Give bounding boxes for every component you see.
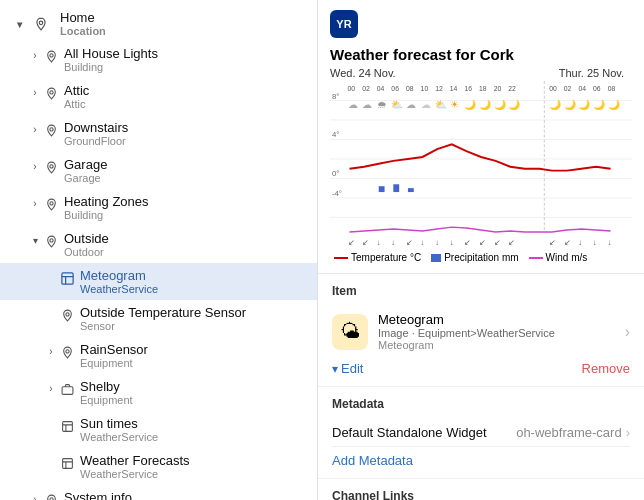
svg-rect-61: [379, 186, 385, 192]
svg-text:☁: ☁: [406, 99, 416, 110]
svg-text:08: 08: [406, 85, 414, 92]
svg-rect-11: [62, 421, 72, 431]
downstairs-chevron: ›: [28, 122, 42, 136]
home-sublabel: Location: [60, 25, 305, 37]
shelby-icon: [58, 380, 76, 398]
temp-legend: Temperature °C: [334, 252, 421, 263]
svg-text:02: 02: [564, 85, 572, 92]
shelby-sublabel: Equipment: [80, 394, 309, 406]
item-card[interactable]: 🌤 Meteogram Image · Equipment>WeatherSer…: [332, 306, 630, 357]
heating-zones-icon: [42, 195, 60, 213]
item-card-chevron-icon: ›: [625, 323, 630, 341]
remove-button[interactable]: Remove: [582, 361, 630, 376]
svg-text:🌙: 🌙: [578, 98, 591, 111]
svg-point-6: [49, 238, 52, 241]
all-house-lights-icon: [42, 47, 60, 65]
sidebar-item-sun-times[interactable]: Sun times WeatherService: [0, 411, 317, 448]
sidebar-home-item[interactable]: ▾ Home Location: [0, 0, 317, 41]
sidebar-item-shelby[interactable]: › Shelby Equipment: [0, 374, 317, 411]
svg-text:00: 00: [549, 85, 557, 92]
edit-remove-row: ▾ Edit Remove: [332, 357, 630, 376]
svg-text:☀: ☀: [450, 99, 459, 110]
channel-links-title: Channel Links: [332, 489, 630, 500]
outside-sublabel: Outdoor: [64, 246, 309, 258]
sidebar-item-attic[interactable]: › Attic Attic: [0, 78, 317, 115]
sun-times-sublabel: WeatherService: [80, 431, 309, 443]
sidebar: ▾ Home Location › All House Lights Build…: [0, 0, 318, 500]
svg-text:🌙: 🌙: [479, 98, 492, 111]
home-location-icon: [32, 15, 50, 33]
item-section-title: Item: [332, 284, 630, 298]
sidebar-item-weather-forecasts[interactable]: Weather Forecasts WeatherService: [0, 448, 317, 485]
sidebar-item-outside-temp[interactable]: Outside Temperature Sensor Sensor: [0, 300, 317, 337]
add-metadata-button[interactable]: Add Metadata: [332, 447, 413, 468]
yr-logo: YR: [330, 10, 358, 38]
svg-text:⛅: ⛅: [391, 98, 404, 111]
sun-times-label: Sun times: [80, 416, 309, 431]
svg-point-5: [49, 201, 52, 204]
svg-text:02: 02: [362, 85, 370, 92]
sidebar-item-outside[interactable]: ▾ Outside Outdoor: [0, 226, 317, 263]
meteogram-sublabel: WeatherService: [80, 283, 309, 295]
weather-date-right: Thur. 25 Nov.: [400, 67, 624, 79]
all-house-lights-label: All House Lights: [64, 46, 309, 61]
sun-times-icon: [58, 417, 76, 435]
sidebar-item-system-info[interactable]: › System info Location: [0, 485, 317, 500]
item-card-text: Meteogram Image · Equipment>WeatherServi…: [378, 312, 625, 351]
svg-text:↓: ↓: [391, 238, 395, 247]
svg-text:↙: ↙: [362, 238, 369, 247]
home-label: Home: [60, 10, 305, 25]
sidebar-item-heating-zones[interactable]: › Heating Zones Building: [0, 189, 317, 226]
meteogram-label: Meteogram: [80, 268, 309, 283]
attic-sublabel: Attic: [64, 98, 309, 110]
svg-text:06: 06: [391, 85, 399, 92]
downstairs-icon: [42, 121, 60, 139]
svg-text:↙: ↙: [508, 238, 515, 247]
home-chevron-icon: ▾: [12, 18, 26, 32]
svg-text:00: 00: [348, 85, 356, 92]
svg-text:↙: ↙: [549, 238, 556, 247]
svg-text:☁: ☁: [421, 99, 431, 110]
precip-legend: Precipitation mm: [431, 252, 518, 263]
garage-sublabel: Garage: [64, 172, 309, 184]
metadata-value: oh-webframe-card ›: [516, 425, 630, 440]
sidebar-item-all-house-lights[interactable]: › All House Lights Building: [0, 41, 317, 78]
metadata-section-title: Metadata: [332, 397, 630, 411]
outside-temp-icon: [58, 306, 76, 324]
item-card-path: Meteogram: [378, 339, 625, 351]
weather-forecasts-sublabel: WeatherService: [80, 468, 309, 480]
svg-text:08: 08: [608, 85, 616, 92]
svg-text:↙: ↙: [494, 238, 501, 247]
svg-text:↓: ↓: [593, 238, 597, 247]
edit-button[interactable]: ▾ Edit: [332, 361, 363, 376]
sidebar-item-downstairs[interactable]: › Downstairs GroundFloor: [0, 115, 317, 152]
heating-zones-sublabel: Building: [64, 209, 309, 221]
sidebar-item-rain-sensor[interactable]: › RainSensor Equipment: [0, 337, 317, 374]
svg-point-8: [65, 312, 68, 315]
sidebar-item-garage[interactable]: › Garage Garage: [0, 152, 317, 189]
svg-text:-4°: -4°: [332, 189, 342, 198]
svg-point-4: [49, 164, 52, 167]
svg-text:18: 18: [479, 85, 487, 92]
svg-text:↓: ↓: [377, 238, 381, 247]
svg-text:⛅: ⛅: [435, 98, 448, 111]
metadata-row[interactable]: Default Standalone Widget oh-webframe-ca…: [332, 419, 630, 447]
all-house-lights-sublabel: Building: [64, 61, 309, 73]
svg-text:14: 14: [450, 85, 458, 92]
svg-text:12: 12: [435, 85, 443, 92]
svg-text:↙: ↙: [348, 238, 355, 247]
weather-forecasts-label: Weather Forecasts: [80, 453, 309, 468]
outside-label: Outside: [64, 231, 309, 246]
svg-text:🌧: 🌧: [377, 99, 387, 110]
meteogram-icon: [58, 269, 76, 287]
svg-text:☁: ☁: [362, 99, 372, 110]
attic-label: Attic: [64, 83, 309, 98]
sidebar-item-meteogram[interactable]: Meteogram WeatherService: [0, 263, 317, 300]
svg-point-2: [49, 90, 52, 93]
channel-links-section: Channel Links Add Link: [318, 479, 644, 500]
item-card-icon: 🌤: [332, 314, 368, 350]
svg-text:🌙: 🌙: [608, 98, 621, 111]
svg-rect-63: [408, 188, 414, 192]
svg-point-3: [49, 127, 52, 130]
svg-text:↙: ↙: [564, 238, 571, 247]
